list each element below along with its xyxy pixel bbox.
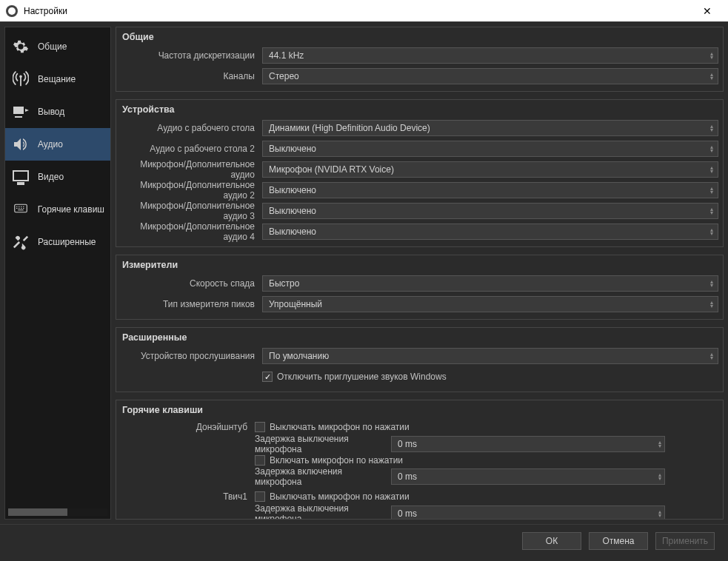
disable-ducking-label: Отключить приглушение звуков Windows	[277, 372, 447, 382]
sidebar-item-audio[interactable]: Аудио	[5, 128, 110, 161]
select-value: Микрофон (NVIDIA RTX Voice)	[269, 164, 394, 175]
section-general: Общие Частота дискретизации 44.1 kHz ▴▾ …	[116, 27, 724, 92]
desktop-audio-1-select[interactable]: Динамики (High Definition Audio Device)▴…	[262, 120, 718, 136]
chevron-icon: ▴▾	[710, 145, 713, 152]
mic-2-label: Микрофон/Дополнительное аудио 2	[121, 180, 258, 201]
monitoring-device-select[interactable]: По умолчанию▴▾	[262, 348, 718, 364]
chevron-icon: ▴▾	[710, 300, 713, 308]
sidebar-item-label: Аудио	[38, 139, 63, 150]
section-title: Устройства	[116, 100, 723, 116]
sample-rate-select[interactable]: 44.1 kHz ▴▾	[262, 47, 718, 64]
monitoring-device-label: Устройство прослушивания	[121, 351, 258, 361]
chevron-icon: ▴▾	[710, 52, 713, 59]
titlebar: Настройки ✕	[0, 0, 728, 22]
spin-value: 0 ms	[398, 508, 417, 519]
hotkey-source-2-label: Твич1	[121, 491, 250, 502]
tools-icon	[11, 232, 30, 252]
sidebar-item-label: Расширенные	[38, 237, 96, 247]
chevron-icon: ▴▾	[710, 228, 713, 235]
section-title: Горячие клавиши	[116, 400, 723, 417]
chevron-icon: ▴▾	[710, 124, 713, 132]
content-pane: Общие Частота дискретизации 44.1 kHz ▴▾ …	[116, 27, 724, 520]
select-value: Выключено	[269, 226, 316, 237]
app-logo-icon	[6, 5, 18, 17]
section-devices: Устройства Аудио с рабочего стола Динами…	[116, 99, 724, 247]
antenna-icon	[11, 70, 30, 89]
mic-4-select[interactable]: Выключено▴▾	[262, 224, 718, 240]
unmute-delay-label: Задержка включения микрофона	[255, 466, 387, 487]
spinner-icon[interactable]: ▴▾	[658, 510, 661, 517]
mute-delay-input-1[interactable]: 0 ms▴▾	[391, 436, 665, 452]
spinner-icon[interactable]: ▴▾	[658, 473, 661, 480]
select-value: Выключено	[269, 185, 316, 195]
section-title: Измерители	[116, 255, 723, 272]
section-hotkeys: Горячие клавиши Донэйшнтуб Выключать мик…	[116, 400, 724, 520]
channels-select[interactable]: Стерео ▴▾	[262, 68, 718, 84]
gear-icon	[11, 37, 30, 56]
sample-rate-value: 44.1 kHz	[269, 50, 304, 61]
footer: ОК Отмена Применить	[0, 524, 728, 557]
mute-delay-label: Задержка выключения микрофона	[255, 434, 387, 454]
chevron-icon: ▴▾	[710, 280, 713, 287]
sidebar-scrollbar[interactable]	[8, 508, 107, 516]
cancel-button[interactable]: Отмена	[589, 532, 648, 550]
sidebar-item-output[interactable]: Вывод	[5, 95, 110, 128]
mic-2-select[interactable]: Выключено▴▾	[262, 182, 718, 198]
decay-rate-label: Скорость спада	[121, 278, 258, 289]
peak-meter-select[interactable]: Упрощённый▴▾	[262, 296, 718, 312]
decay-rate-select[interactable]: Быстро▴▾	[262, 275, 718, 292]
speaker-icon	[11, 135, 30, 154]
monitor-icon	[11, 167, 30, 187]
mute-ptt-label: Выключать микрофон по нажатии	[270, 491, 410, 502]
sidebar-item-label: Вывод	[38, 107, 64, 117]
select-value: Быстро	[269, 278, 299, 289]
sidebar-item-video[interactable]: Видео	[5, 161, 110, 193]
select-value: Выключено	[269, 144, 316, 154]
sidebar-item-hotkeys[interactable]: Горячие клавиш	[5, 193, 110, 226]
spinner-icon[interactable]: ▴▾	[658, 440, 661, 448]
mic-3-select[interactable]: Выключено▴▾	[262, 203, 718, 219]
disable-ducking-checkbox[interactable]	[262, 372, 273, 382]
peak-meter-label: Тип измерителя пиков	[121, 299, 258, 309]
select-value: Выключено	[269, 206, 316, 216]
sidebar-item-advanced[interactable]: Расширенные	[5, 226, 110, 258]
apply-button[interactable]: Применить	[655, 532, 715, 550]
chevron-icon: ▴▾	[710, 166, 713, 173]
ok-button[interactable]: ОК	[522, 532, 581, 550]
chevron-icon: ▴▾	[710, 73, 713, 80]
select-value: Динамики (High Definition Audio Device)	[269, 123, 430, 133]
sidebar-item-stream[interactable]: Вещание	[5, 63, 110, 95]
mute-ptt-label: Выключать микрофон по нажатии	[270, 422, 410, 432]
channels-label: Каналы	[121, 71, 258, 81]
sidebar-item-label: Горячие клавиш	[38, 204, 104, 215]
desktop-audio-2-label: Аудио с рабочего стола 2	[121, 144, 258, 154]
sidebar-item-label: Общие	[38, 41, 67, 52]
sidebar-item-label: Вещание	[38, 74, 76, 84]
hotkey-source-1-label: Донэйшнтуб	[121, 422, 250, 432]
sidebar-item-label: Видео	[38, 172, 64, 182]
close-button[interactable]: ✕	[692, 5, 722, 17]
mic-4-label: Микрофон/Дополнительное аудио 4	[121, 221, 258, 242]
mute-ptt-checkbox-1[interactable]	[255, 422, 265, 432]
unmute-ptt-label: Включать микрофон по нажатии	[270, 455, 403, 466]
section-meters: Измерители Скорость спада Быстро▴▾ Тип и…	[116, 255, 724, 320]
window-title: Настройки	[24, 6, 692, 16]
select-value: По умолчанию	[269, 351, 329, 361]
desktop-audio-2-select[interactable]: Выключено▴▾	[262, 141, 718, 157]
desktop-audio-1-label: Аудио с рабочего стола	[121, 123, 258, 133]
section-title: Общие	[116, 27, 723, 44]
unmute-ptt-checkbox-1[interactable]	[255, 455, 265, 466]
mic-1-label: Микрофон/Дополнительное аудио	[121, 159, 258, 180]
sidebar: Общие Вещание Вывод Аудио Видео	[4, 27, 111, 520]
section-title: Расширенные	[116, 328, 723, 344]
mute-ptt-checkbox-2[interactable]	[255, 491, 265, 502]
mic-1-select[interactable]: Микрофон (NVIDIA RTX Voice)▴▾	[262, 161, 718, 178]
chevron-icon: ▴▾	[710, 352, 713, 360]
keyboard-icon	[11, 200, 30, 219]
sidebar-item-general[interactable]: Общие	[5, 30, 110, 63]
mute-delay-input-2[interactable]: 0 ms▴▾	[391, 505, 665, 520]
spin-value: 0 ms	[398, 439, 417, 449]
unmute-delay-input-1[interactable]: 0 ms▴▾	[391, 468, 665, 485]
mic-3-label: Микрофон/Дополнительное аудио 3	[121, 201, 258, 221]
chevron-icon: ▴▾	[710, 187, 713, 194]
